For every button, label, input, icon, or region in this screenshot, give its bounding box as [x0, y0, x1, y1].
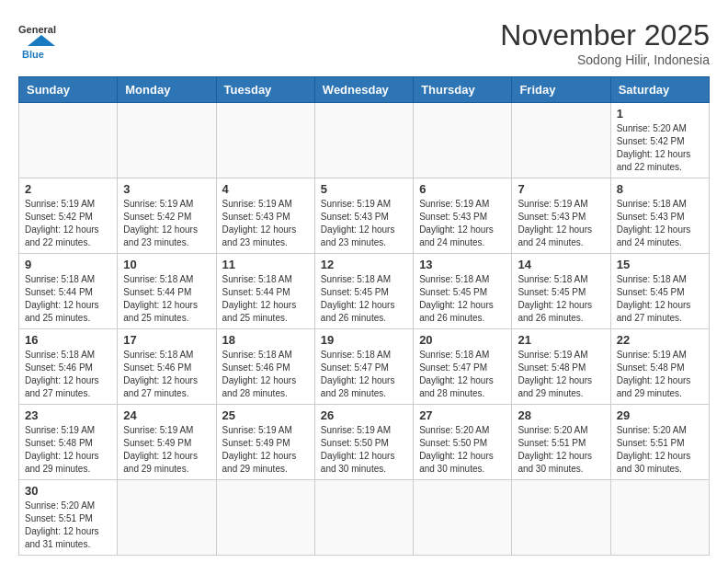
calendar-day-cell: 28Sunrise: 5:20 AM Sunset: 5:51 PM Dayli…: [512, 405, 610, 480]
day-info: Sunrise: 5:18 AM Sunset: 5:44 PM Dayligh…: [222, 273, 309, 325]
day-info: Sunrise: 5:18 AM Sunset: 5:47 PM Dayligh…: [321, 349, 407, 400]
calendar-day-cell: 9Sunrise: 5:18 AM Sunset: 5:44 PM Daylig…: [19, 254, 118, 329]
day-info: Sunrise: 5:18 AM Sunset: 5:45 PM Dayligh…: [518, 273, 604, 325]
day-number: 21: [518, 333, 604, 347]
day-number: 16: [25, 333, 111, 347]
calendar-week-row: 30Sunrise: 5:20 AM Sunset: 5:51 PM Dayli…: [19, 480, 710, 556]
calendar-day-cell: 27Sunrise: 5:20 AM Sunset: 5:50 PM Dayli…: [414, 405, 512, 480]
calendar-day-cell: 1Sunrise: 5:20 AM Sunset: 5:42 PM Daylig…: [610, 103, 709, 178]
calendar-day-cell: 10Sunrise: 5:18 AM Sunset: 5:44 PM Dayli…: [118, 254, 216, 329]
calendar-day-cell: 6Sunrise: 5:19 AM Sunset: 5:43 PM Daylig…: [414, 178, 512, 254]
day-number: 17: [123, 333, 210, 347]
day-number: 7: [518, 182, 604, 196]
day-number: 6: [419, 182, 506, 196]
page-header: General Blue November 2025 Sodong Hilir,…: [18, 18, 710, 67]
svg-text:Blue: Blue: [22, 49, 44, 60]
calendar-week-row: 1Sunrise: 5:20 AM Sunset: 5:42 PM Daylig…: [19, 103, 710, 178]
day-number: 20: [419, 333, 506, 347]
month-title: November 2025: [500, 18, 710, 52]
calendar-day-cell: 20Sunrise: 5:18 AM Sunset: 5:47 PM Dayli…: [414, 329, 512, 405]
day-info: Sunrise: 5:20 AM Sunset: 5:51 PM Dayligh…: [617, 424, 703, 476]
svg-marker-1: [28, 35, 55, 46]
weekday-header-sunday: Sunday: [19, 77, 118, 103]
calendar-day-cell: 18Sunrise: 5:18 AM Sunset: 5:46 PM Dayli…: [216, 329, 314, 405]
calendar-week-row: 2Sunrise: 5:19 AM Sunset: 5:42 PM Daylig…: [19, 178, 710, 254]
day-info: Sunrise: 5:18 AM Sunset: 5:46 PM Dayligh…: [25, 349, 111, 400]
day-info: Sunrise: 5:19 AM Sunset: 5:48 PM Dayligh…: [518, 349, 604, 400]
calendar-day-cell: 24Sunrise: 5:19 AM Sunset: 5:49 PM Dayli…: [118, 405, 216, 480]
weekday-header-wednesday: Wednesday: [314, 77, 413, 103]
calendar-week-row: 9Sunrise: 5:18 AM Sunset: 5:44 PM Daylig…: [19, 254, 710, 329]
day-info: Sunrise: 5:18 AM Sunset: 5:46 PM Dayligh…: [222, 349, 309, 400]
title-block: November 2025 Sodong Hilir, Indonesia: [500, 18, 710, 67]
calendar-day-cell: 2Sunrise: 5:19 AM Sunset: 5:42 PM Daylig…: [19, 178, 118, 254]
day-number: 5: [321, 182, 407, 196]
calendar-week-row: 23Sunrise: 5:19 AM Sunset: 5:48 PM Dayli…: [19, 405, 710, 480]
day-info: Sunrise: 5:19 AM Sunset: 5:42 PM Dayligh…: [25, 198, 111, 249]
calendar-day-cell: 14Sunrise: 5:18 AM Sunset: 5:45 PM Dayli…: [512, 254, 610, 329]
day-number: 26: [321, 408, 407, 422]
day-info: Sunrise: 5:19 AM Sunset: 5:49 PM Dayligh…: [123, 424, 210, 476]
calendar-day-cell: 30Sunrise: 5:20 AM Sunset: 5:51 PM Dayli…: [19, 480, 118, 556]
day-info: Sunrise: 5:18 AM Sunset: 5:44 PM Dayligh…: [25, 273, 111, 325]
day-info: Sunrise: 5:19 AM Sunset: 5:49 PM Dayligh…: [222, 424, 309, 476]
day-info: Sunrise: 5:19 AM Sunset: 5:43 PM Dayligh…: [222, 198, 309, 249]
calendar-day-cell: 29Sunrise: 5:20 AM Sunset: 5:51 PM Dayli…: [610, 405, 709, 480]
day-number: 28: [518, 408, 604, 422]
logo: General Blue: [18, 18, 64, 60]
day-number: 8: [617, 182, 703, 196]
calendar-empty-cell: [118, 103, 216, 178]
day-number: 25: [222, 408, 309, 422]
day-info: Sunrise: 5:18 AM Sunset: 5:45 PM Dayligh…: [321, 273, 407, 325]
svg-text:General: General: [18, 24, 56, 35]
location: Sodong Hilir, Indonesia: [500, 52, 710, 67]
day-info: Sunrise: 5:18 AM Sunset: 5:47 PM Dayligh…: [419, 349, 506, 400]
weekday-header-thursday: Thursday: [414, 77, 512, 103]
day-info: Sunrise: 5:19 AM Sunset: 5:43 PM Dayligh…: [419, 198, 506, 249]
day-info: Sunrise: 5:19 AM Sunset: 5:48 PM Dayligh…: [25, 424, 111, 476]
calendar-empty-cell: [216, 103, 314, 178]
day-number: 11: [222, 258, 309, 271]
weekday-header-tuesday: Tuesday: [216, 77, 314, 103]
logo-icon: General Blue: [18, 18, 64, 60]
day-number: 9: [25, 258, 111, 271]
calendar-empty-cell: [610, 480, 709, 556]
day-info: Sunrise: 5:18 AM Sunset: 5:43 PM Dayligh…: [617, 198, 703, 249]
calendar-header-row: SundayMondayTuesdayWednesdayThursdayFrid…: [19, 77, 710, 103]
calendar-empty-cell: [414, 480, 512, 556]
day-number: 19: [321, 333, 407, 347]
day-info: Sunrise: 5:19 AM Sunset: 5:43 PM Dayligh…: [321, 198, 407, 249]
day-info: Sunrise: 5:18 AM Sunset: 5:44 PM Dayligh…: [123, 273, 210, 325]
calendar-day-cell: 7Sunrise: 5:19 AM Sunset: 5:43 PM Daylig…: [512, 178, 610, 254]
day-info: Sunrise: 5:19 AM Sunset: 5:50 PM Dayligh…: [321, 424, 407, 476]
calendar-day-cell: 25Sunrise: 5:19 AM Sunset: 5:49 PM Dayli…: [216, 405, 314, 480]
day-info: Sunrise: 5:19 AM Sunset: 5:43 PM Dayligh…: [518, 198, 604, 249]
day-number: 3: [123, 182, 210, 196]
day-info: Sunrise: 5:20 AM Sunset: 5:51 PM Dayligh…: [518, 424, 604, 476]
calendar-table: SundayMondayTuesdayWednesdayThursdayFrid…: [18, 76, 710, 556]
calendar-day-cell: 11Sunrise: 5:18 AM Sunset: 5:44 PM Dayli…: [216, 254, 314, 329]
weekday-header-saturday: Saturday: [610, 77, 709, 103]
day-info: Sunrise: 5:19 AM Sunset: 5:48 PM Dayligh…: [617, 349, 703, 400]
calendar-day-cell: 26Sunrise: 5:19 AM Sunset: 5:50 PM Dayli…: [314, 405, 413, 480]
day-info: Sunrise: 5:18 AM Sunset: 5:46 PM Dayligh…: [123, 349, 210, 400]
calendar-empty-cell: [414, 103, 512, 178]
calendar-empty-cell: [216, 480, 314, 556]
day-number: 27: [419, 408, 506, 422]
day-number: 1: [617, 107, 703, 121]
day-info: Sunrise: 5:18 AM Sunset: 5:45 PM Dayligh…: [617, 273, 703, 325]
calendar-day-cell: 13Sunrise: 5:18 AM Sunset: 5:45 PM Dayli…: [414, 254, 512, 329]
day-number: 30: [25, 484, 111, 498]
calendar-day-cell: 3Sunrise: 5:19 AM Sunset: 5:42 PM Daylig…: [118, 178, 216, 254]
day-number: 14: [518, 258, 604, 271]
day-number: 10: [123, 258, 210, 271]
day-number: 15: [617, 258, 703, 271]
weekday-header-monday: Monday: [118, 77, 216, 103]
calendar-day-cell: 15Sunrise: 5:18 AM Sunset: 5:45 PM Dayli…: [610, 254, 709, 329]
day-number: 2: [25, 182, 111, 196]
calendar-day-cell: 12Sunrise: 5:18 AM Sunset: 5:45 PM Dayli…: [314, 254, 413, 329]
calendar-day-cell: 22Sunrise: 5:19 AM Sunset: 5:48 PM Dayli…: [610, 329, 709, 405]
day-number: 18: [222, 333, 309, 347]
day-number: 23: [25, 408, 111, 422]
calendar-day-cell: 19Sunrise: 5:18 AM Sunset: 5:47 PM Dayli…: [314, 329, 413, 405]
